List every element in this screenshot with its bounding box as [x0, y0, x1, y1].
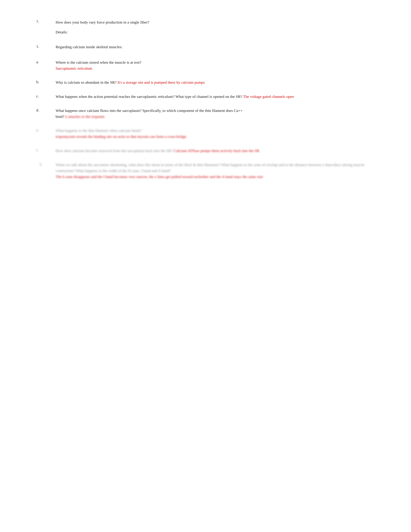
- part-e-label: e.: [36, 128, 56, 132]
- part-d-block: d. What happens once calcium flows into …: [36, 108, 375, 120]
- document-container: 7. How does your body vary force product…: [36, 19, 375, 180]
- part-b-answer: It's a storage site and is pumped there …: [118, 80, 205, 85]
- part-e-content: What happens to the thin filament when c…: [56, 128, 375, 140]
- question-1-number: 1.: [36, 44, 56, 49]
- details-row: Details:: [56, 30, 375, 34]
- part-g-block: 2. When we talk about the sarcomere shor…: [36, 162, 375, 180]
- part-g-number: 2.: [36, 162, 56, 167]
- part-b-label: b.: [36, 79, 56, 84]
- question-1-text: Regarding calcium inside skeletal muscle…: [56, 44, 375, 50]
- part-d-content: What happens once calcium flows into the…: [56, 108, 375, 120]
- part-d-question: What happens once calcium flows into the…: [56, 108, 243, 113]
- part-g-content: When we talk about the sarcomere shorten…: [56, 162, 375, 180]
- part-d-label: d.: [36, 108, 56, 112]
- part-c-content: What happens when the action potential r…: [56, 94, 375, 100]
- part-d-question-end: bind?: [56, 114, 65, 119]
- part-e-question: What happens to the thin filament when c…: [56, 128, 142, 133]
- part-c-label: c.: [36, 94, 56, 98]
- part-a-content: Where is the calcium stored when the mus…: [56, 59, 375, 71]
- part-d-answer: it attaches to the troponin: [65, 114, 104, 119]
- part-g-question: When we talk about the sarcomere shorten…: [56, 163, 364, 173]
- question-7-text: How does your body vary force production…: [56, 19, 375, 25]
- part-b-block: b. Why is calcium so abundant in the SR?…: [36, 79, 375, 86]
- details-label: Details:: [56, 30, 68, 34]
- part-e-answer: tropomyosin reveals the binding site on …: [56, 134, 186, 139]
- part-g-answer: The h zone disappears and the I band bec…: [56, 175, 263, 179]
- part-f-answer: Calcium ATPase pumps them actively back …: [174, 149, 259, 153]
- part-a-question: Where is the calcium stored when the mus…: [56, 60, 141, 65]
- part-b-content: Why is calcium so abundant in the SR? It…: [56, 79, 375, 86]
- part-f-content: How does calcium become removed from the…: [56, 148, 375, 154]
- question-7-block: 7. How does your body vary force product…: [36, 19, 375, 34]
- question-1-row: 1. Regarding calcium inside skeletal mus…: [36, 44, 375, 50]
- part-a-block: a. Where is the calcium stored when the …: [36, 59, 375, 71]
- question-1-block: 1. Regarding calcium inside skeletal mus…: [36, 44, 375, 50]
- part-a-answer: Sarcoplasmic reticulum: [56, 66, 92, 70]
- question-7-number: 7.: [36, 19, 56, 24]
- part-f-block: f. How does calcium become removed from …: [36, 148, 375, 154]
- part-c-answer: The voltage gated channels open: [243, 95, 294, 99]
- part-e-block: e. What happens to the thin filament whe…: [36, 128, 375, 140]
- part-c-question: What happens when the action potential r…: [56, 95, 242, 99]
- part-f-label: f.: [36, 148, 56, 152]
- part-c-block: c. What happens when the action potentia…: [36, 94, 375, 100]
- part-b-question: Why is calcium so abundant in the SR?: [56, 80, 117, 85]
- part-a-label: a.: [36, 59, 56, 64]
- question-7-row: 7. How does your body vary force product…: [36, 19, 375, 25]
- part-f-question: How does calcium become removed from the…: [56, 149, 173, 153]
